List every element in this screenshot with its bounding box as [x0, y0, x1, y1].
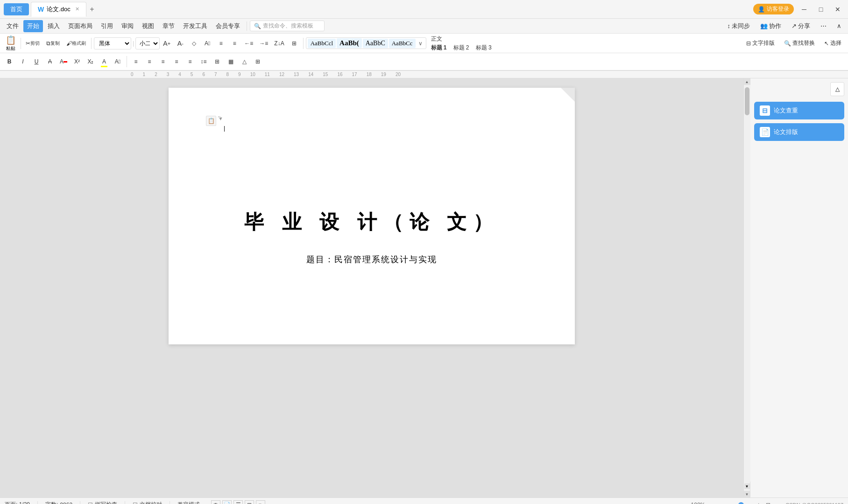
zoom-minus-button[interactable]: −: [707, 501, 714, 504]
menu-insert[interactable]: 插入: [44, 20, 64, 32]
sidebar-collapse-button[interactable]: △: [830, 82, 844, 96]
drawing-button[interactable]: △: [238, 55, 251, 68]
paragraph-border-button[interactable]: ⊞: [211, 55, 224, 68]
scroll-thumb[interactable]: [745, 87, 749, 115]
spell-check[interactable]: ☑ 拼写检查: [88, 501, 117, 504]
collapse-menu[interactable]: ∧: [833, 21, 845, 31]
zoom-fit-button[interactable]: ⊡: [766, 502, 770, 504]
font-style-button[interactable]: A⃞: [201, 37, 214, 50]
document-page[interactable]: 📋 ▼ | ⌐ 毕 业 设 计（论 文） 题目：民宿管理系统设计与实现: [169, 88, 575, 344]
search-box[interactable]: 🔍 查找命令、搜索模板: [250, 21, 325, 31]
paper-check-button[interactable]: ⊟ 论文查重: [754, 102, 844, 119]
highlight-button[interactable]: A: [98, 55, 111, 68]
scroll-up-button[interactable]: ▲: [744, 78, 750, 85]
sync-button[interactable]: ↕ 未同步: [724, 20, 754, 32]
font-decrease-button[interactable]: A-: [174, 37, 187, 50]
menu-page-layout[interactable]: 页面布局: [64, 20, 96, 32]
menu-file[interactable]: 文件: [3, 20, 22, 32]
doc-tab-close[interactable]: ✕: [75, 6, 79, 12]
clear-format-button[interactable]: ◇: [187, 37, 200, 50]
more-menu[interactable]: ⋯: [817, 21, 830, 31]
share-button[interactable]: ↗ 分享: [788, 20, 814, 32]
bold-button[interactable]: B: [3, 55, 16, 68]
align-justify-button[interactable]: ≡: [170, 55, 183, 68]
char-border-button[interactable]: A⃞: [111, 55, 124, 68]
numbered-list-button[interactable]: ≡: [228, 37, 241, 50]
select-icon: ↖: [824, 40, 829, 47]
italic-button[interactable]: I: [16, 55, 29, 68]
page-view-button[interactable]: 📄: [222, 500, 232, 504]
markup-view-button[interactable]: ✏: [256, 500, 265, 504]
text-layout-button[interactable]: ⊟ 文字排版: [742, 38, 778, 49]
compat-mode-label: 兼容模式: [177, 501, 200, 504]
menu-start[interactable]: 开始: [23, 20, 43, 32]
bullet-list-button[interactable]: ≡: [214, 37, 227, 50]
style-h1-sample[interactable]: AaBb(: [337, 38, 362, 48]
menu-dev-tools[interactable]: 开发工具: [179, 20, 211, 32]
web-view-button[interactable]: ☰: [233, 500, 243, 504]
subscript-button[interactable]: X₂: [84, 55, 97, 68]
style-h2-label[interactable]: 标题 2: [451, 43, 472, 52]
tab-doc[interactable]: W 论文.doc ✕: [31, 2, 86, 17]
read-view-button[interactable]: 👁: [211, 500, 220, 504]
document-area[interactable]: 📋 ▼ | ⌐ 毕 业 设 计（论 文） 题目：民宿管理系统设计与实现: [0, 78, 743, 497]
style-h3-label[interactable]: 标题 3: [473, 43, 495, 52]
vertical-scrollbar[interactable]: ▲ ▼ ▼: [743, 78, 750, 497]
font-increase-button[interactable]: A+: [160, 37, 173, 50]
font-family-select[interactable]: 黑体: [94, 37, 131, 49]
align-right-button[interactable]: ≡: [156, 55, 170, 68]
doc-check[interactable]: ☑ 文档校对: [133, 501, 162, 504]
scroll-down-button[interactable]: ▼: [744, 491, 750, 497]
line-spacing-button[interactable]: ↕≡: [197, 55, 210, 68]
find-replace-button[interactable]: 🔍 查找替换: [780, 38, 819, 49]
table-button[interactable]: ⊞: [251, 55, 264, 68]
font-size-select[interactable]: 小二: [135, 37, 160, 49]
align-center-button[interactable]: ≡: [143, 55, 156, 68]
add-tab-button[interactable]: +: [86, 4, 98, 15]
page-corner: [561, 88, 575, 102]
zoom-thumb[interactable]: [738, 502, 744, 504]
scroll-page-down[interactable]: ▼: [744, 483, 750, 489]
style-normal-sample[interactable]: AaBbCcl: [308, 39, 336, 48]
superscript-button[interactable]: X²: [71, 55, 84, 68]
zoom-plus-button[interactable]: +: [755, 501, 762, 504]
style-h3-sample[interactable]: AaBbCc: [389, 39, 416, 48]
sort-button[interactable]: Z↓A: [271, 37, 287, 50]
visitor-login-button[interactable]: 👤 访客登录: [753, 4, 794, 14]
select-button[interactable]: ↖ 选择: [820, 38, 845, 49]
style-h2-sample[interactable]: AaBbC: [363, 39, 388, 48]
menu-review[interactable]: 审阅: [118, 20, 137, 32]
menu-vip[interactable]: 会员专享: [212, 20, 244, 32]
minimize-button[interactable]: ─: [798, 3, 811, 16]
paste-button[interactable]: 📋 粘贴: [3, 34, 19, 53]
close-button[interactable]: ✕: [831, 3, 844, 16]
font-color-button[interactable]: A: [57, 55, 70, 68]
decrease-indent-button[interactable]: ←≡: [241, 37, 256, 50]
outline-view-button[interactable]: ⊞: [245, 500, 254, 504]
style-h1-label[interactable]: 标题 1: [428, 43, 450, 52]
borders-button[interactable]: ⊞: [288, 37, 301, 50]
shading-button[interactable]: ▦: [224, 55, 237, 68]
paper-format-button[interactable]: 📄 论文排版: [754, 123, 844, 141]
menu-chapter[interactable]: 章节: [159, 20, 178, 32]
paste-icon: 📋: [6, 35, 16, 45]
strikethrough-button[interactable]: A: [43, 55, 57, 68]
tab-home[interactable]: 首页: [4, 3, 29, 15]
visitor-icon: 👤: [758, 6, 765, 13]
copy-button[interactable]: ⧉复制: [43, 37, 63, 50]
right-sidebar: △ ⊟ 论文查重 📄 论文排版: [750, 78, 848, 497]
style-more-button[interactable]: ∨: [417, 39, 424, 48]
font-group: 黑体 | 小二 A+ A- ◇ A⃞ ≡ ≡ ←≡ →≡ Z↓A ⊞: [94, 37, 301, 50]
collab-button[interactable]: 👥 协作: [756, 20, 785, 32]
align-left-button[interactable]: ≡: [129, 55, 142, 68]
style-normal-label[interactable]: 正文: [428, 35, 495, 43]
format-brush-button[interactable]: 🖌格式刷: [64, 37, 89, 50]
distribute-button[interactable]: ≡: [184, 55, 197, 68]
increase-indent-button[interactable]: →≡: [256, 37, 271, 50]
scroll-track[interactable]: [744, 85, 750, 482]
maximize-button[interactable]: □: [814, 3, 827, 16]
menu-view[interactable]: 视图: [138, 20, 158, 32]
menu-reference[interactable]: 引用: [97, 20, 117, 32]
cut-button[interactable]: ✂剪切: [23, 37, 42, 50]
underline-button[interactable]: U: [30, 55, 43, 68]
